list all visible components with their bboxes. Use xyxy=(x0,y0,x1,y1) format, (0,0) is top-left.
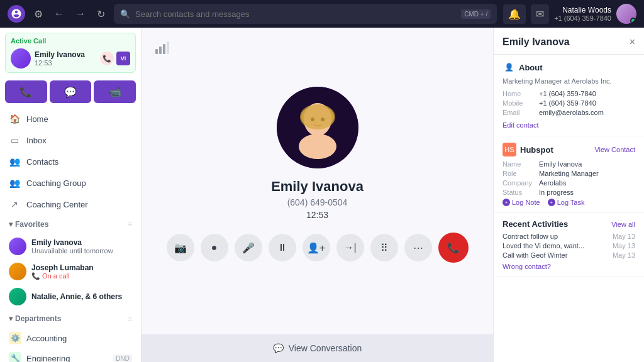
contact-name-display: Emily Ivanova xyxy=(271,178,364,195)
chat-action-button[interactable]: 💬 xyxy=(50,80,92,103)
nav-contacts[interactable]: 👥 Contacts xyxy=(0,151,141,172)
favorite-emily-name: Emily Ivanova xyxy=(31,238,113,247)
departments-header-label: Departments xyxy=(15,314,61,323)
edit-contact-link[interactable]: Edit contact xyxy=(502,121,538,129)
hs-role-row: Role Marketing Manager xyxy=(502,170,635,177)
mute-call-badge[interactable]: 📞 xyxy=(100,52,114,65)
refresh-icon[interactable]: ↻ xyxy=(94,6,108,23)
hs-company-label: Company xyxy=(502,179,534,187)
dept-accounting-label: Accounting xyxy=(26,334,67,343)
hs-company-value: Aerolabs xyxy=(539,179,566,187)
nav-coaching-center-label: Coaching Center xyxy=(26,200,88,209)
search-input[interactable] xyxy=(135,9,456,19)
favorite-emily-status: Unavailable until tomorrow xyxy=(31,247,113,255)
record-button[interactable]: ● xyxy=(201,234,228,261)
phone-action-button[interactable]: 📞 xyxy=(5,80,47,103)
log-note-icon: + xyxy=(502,199,510,206)
dept-accounting[interactable]: ⚙️ Accounting xyxy=(0,328,141,348)
log-note-button[interactable]: + Log Note xyxy=(502,199,540,206)
view-contact-link[interactable]: View Contact xyxy=(594,146,635,153)
active-call-header: Active Call xyxy=(11,37,130,45)
recent-activities-label: Recent Activities xyxy=(502,219,568,229)
departments-toggle[interactable]: ▾ xyxy=(9,314,13,323)
about-label: About xyxy=(519,63,543,72)
coaching-group-icon: 👥 xyxy=(9,177,20,189)
email-label: Email xyxy=(502,109,534,116)
dept-engineering[interactable]: 🔧 Engineering DND xyxy=(0,348,141,362)
screen-share-button[interactable]: 📷 xyxy=(167,234,194,261)
active-call-info: Emily Ivanova 12:53 📞 Vi xyxy=(11,48,130,69)
nav-inbox[interactable]: ▭ Inbox xyxy=(0,129,141,151)
favorite-joseph-name: Joseph Lumaban xyxy=(31,263,94,272)
hs-name-row: Name Emily Ivanova xyxy=(502,160,635,168)
activity-date-2: May 13 xyxy=(613,251,635,259)
home-label: Home xyxy=(502,90,534,97)
favorite-emily[interactable]: Emily Ivanova Unavailable until tomorrow xyxy=(0,234,141,259)
search-bar[interactable]: 🔍 CMD + / xyxy=(114,4,497,24)
nav-home[interactable]: 🏠 Home xyxy=(0,108,141,129)
user-name: Natalie Woods xyxy=(554,6,611,14)
center-panel: Emily Ivanova (604) 649-0504 12:53 📷 ● 🎤… xyxy=(142,28,493,362)
nav-inbox-label: Inbox xyxy=(26,136,47,145)
settings-icon[interactable]: ⚙ xyxy=(31,6,45,23)
hs-role-value: Marketing Manager xyxy=(539,170,599,177)
person-icon: 👤 xyxy=(502,61,515,74)
activity-item-2: Call with Geof Winter May 13 xyxy=(502,251,635,259)
right-panel-title: Emily Ivanova xyxy=(502,36,570,48)
view-all-link[interactable]: View all xyxy=(611,221,635,228)
mobile-value: +1 (604) 359-7840 xyxy=(539,99,596,107)
favorite-group[interactable]: Natalie, Annie, & 6 others xyxy=(0,284,141,309)
dept-engineering-icon: 🔧 xyxy=(9,352,21,362)
activity-item-0: Contract follow up May 13 xyxy=(502,233,635,240)
sidebar: Active Call Emily Ivanova 12:53 📞 Vi xyxy=(0,28,142,362)
nav-coaching-center[interactable]: ↗ Coaching Center xyxy=(0,194,141,215)
more-button[interactable]: ⋯ xyxy=(404,234,432,261)
right-panel-close[interactable]: × xyxy=(630,36,635,48)
svg-rect-1 xyxy=(159,47,162,54)
video-action-button[interactable]: 📹 xyxy=(94,80,136,103)
recent-activities-section: Recent Activities View all Contract foll… xyxy=(494,213,644,277)
user-phone: +1 (604) 359-7840 xyxy=(554,14,611,22)
end-call-button[interactable]: 📞 xyxy=(438,233,469,263)
hs-name-label: Name xyxy=(502,160,534,168)
wrong-contact-link[interactable]: Wrong contact? xyxy=(502,263,635,270)
favorite-joseph[interactable]: Joseph Lumaban 📞 On a call xyxy=(0,259,141,284)
activity-date-1: May 13 xyxy=(613,242,635,250)
dept-engineering-label: Engineering xyxy=(26,354,70,363)
favorites-section-header: ▾ Favorites ≡ xyxy=(0,215,141,234)
favorite-emily-info: Emily Ivanova Unavailable until tomorrow xyxy=(31,238,113,255)
notifications-icon[interactable]: 🔔 xyxy=(503,4,526,24)
activity-name-1: Loved the Vi demo, want... xyxy=(502,242,584,250)
call-badges: 📞 Vi xyxy=(100,52,130,65)
online-status-dot xyxy=(630,18,636,24)
mute-button[interactable]: 🎤 xyxy=(235,234,262,261)
call-avatar xyxy=(11,48,31,69)
transfer-button[interactable]: →| xyxy=(336,234,364,261)
app-logo[interactable] xyxy=(8,5,25,23)
departments-section-header: ▾ Departments ≡ xyxy=(0,309,141,328)
favorite-group-name: Natalie, Annie, & 6 others xyxy=(31,292,122,301)
log-task-button[interactable]: + Log Task xyxy=(548,199,585,206)
back-icon[interactable]: ← xyxy=(52,6,67,22)
activity-name-2: Call with Geof Winter xyxy=(502,251,567,259)
call-timer: 12:53 xyxy=(35,59,85,67)
dept-accounting-icon: ⚙️ xyxy=(9,332,21,344)
inbox-icon: ▭ xyxy=(9,134,20,146)
favorites-toggle[interactable]: ▾ xyxy=(9,220,13,229)
contact-avatar-large xyxy=(277,87,358,168)
mobile-label: Mobile xyxy=(502,99,534,107)
activity-item-1: Loved the Vi demo, want... May 13 xyxy=(502,242,635,250)
about-home-row: Home +1 (604) 359-7840 xyxy=(502,90,635,97)
favorites-drag-handle: ≡ xyxy=(128,220,132,229)
forward-icon[interactable]: → xyxy=(73,6,88,22)
keypad-button[interactable]: ⠿ xyxy=(370,234,398,261)
messages-icon[interactable]: ✉ xyxy=(531,4,549,24)
hs-status-value: In progress xyxy=(539,189,574,196)
svg-point-7 xyxy=(299,134,336,159)
view-conversation-button[interactable]: 💬 View Conversation xyxy=(142,334,493,362)
add-participant-button[interactable]: 👤+ xyxy=(303,234,330,261)
hubspot-header: HS Hubspot View Contact xyxy=(502,143,635,156)
nav-coaching-group[interactable]: 👥 Coaching Group xyxy=(0,172,141,194)
hold-button[interactable]: ⏸ xyxy=(269,234,296,261)
user-avatar[interactable] xyxy=(616,4,636,24)
